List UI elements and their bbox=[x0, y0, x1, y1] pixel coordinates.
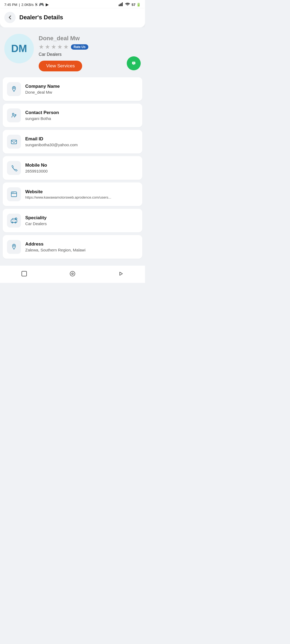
card-contact-person: Contact Person sungani Botha bbox=[3, 104, 142, 127]
website-label: Website bbox=[25, 189, 138, 195]
svg-point-5 bbox=[133, 63, 133, 63]
dealer-category: Car Dealers bbox=[39, 52, 141, 57]
dealer-name: Done_deal Mw bbox=[39, 35, 141, 42]
svg-point-23 bbox=[16, 218, 16, 218]
svg-rect-14 bbox=[11, 192, 17, 197]
card-contact-text: Contact Person sungani Botha bbox=[25, 110, 138, 121]
website-icon-box bbox=[7, 187, 21, 201]
page-title: Dealer's Details bbox=[19, 14, 63, 21]
star-rating: ★ ★ ★ ★ ★ bbox=[39, 43, 69, 50]
network-speed: | bbox=[19, 3, 20, 7]
info-cards: Company Name Done_deal Mw Contact Person… bbox=[0, 75, 145, 261]
card-email: Email ID sunganibotha30@yahoo.com bbox=[3, 130, 142, 153]
svg-point-24 bbox=[13, 245, 15, 246]
card-company-name: Company Name Done_deal Mw bbox=[3, 77, 142, 101]
svg-rect-3 bbox=[122, 2, 123, 6]
rating-row: ★ ★ ★ ★ ★ Rate Us bbox=[39, 43, 141, 50]
signal-icon bbox=[119, 2, 124, 7]
svg-point-8 bbox=[13, 87, 15, 89]
rate-us-badge[interactable]: Rate Us bbox=[71, 44, 88, 50]
svg-rect-25 bbox=[22, 271, 27, 276]
card-mobile: Mobile No 2659910000 bbox=[3, 156, 142, 180]
status-bar: 7:45 PM | 2.0KB/s 𝐒 🎮 ▶ 57 🔋 bbox=[0, 0, 145, 9]
company-name-icon-box bbox=[7, 82, 21, 96]
card-website-text: Website https://www.kawawamotorsweb.apro… bbox=[25, 189, 138, 199]
card-website: Website https://www.kawawamotorsweb.apro… bbox=[3, 182, 142, 206]
svg-rect-2 bbox=[121, 3, 122, 6]
square-icon bbox=[20, 270, 28, 277]
speciality-icon-box bbox=[7, 214, 21, 228]
svg-point-16 bbox=[12, 192, 13, 193]
card-mobile-text: Mobile No 2659910000 bbox=[25, 163, 138, 173]
card-email-text: Email ID sunganibotha30@yahoo.com bbox=[25, 136, 138, 147]
card-speciality: Speciality Car Dealers bbox=[3, 209, 142, 232]
contact-label: Contact Person bbox=[25, 110, 138, 115]
profile-info: Done_deal Mw ★ ★ ★ ★ ★ Rate Us Car Deale… bbox=[39, 34, 141, 71]
star-1: ★ bbox=[39, 43, 44, 50]
battery-icon: 57 🔋 bbox=[132, 3, 141, 7]
email-label: Email ID bbox=[25, 136, 138, 142]
email-icon-box bbox=[7, 135, 21, 149]
website-value: https://www.kawawamotorsweb.aprodence.co… bbox=[25, 195, 138, 199]
address-label: Address bbox=[25, 241, 138, 247]
car-icon bbox=[10, 217, 17, 224]
gamepad-icon: 🎮 bbox=[39, 2, 44, 7]
avatar: DM bbox=[4, 34, 34, 63]
card-speciality-text: Speciality Car Dealers bbox=[25, 215, 138, 226]
circle-icon bbox=[69, 270, 76, 277]
speciality-value: Car Dealers bbox=[25, 221, 138, 226]
contact-value: sungani Botha bbox=[25, 116, 138, 121]
speciality-label: Speciality bbox=[25, 215, 138, 221]
triangle-icon bbox=[117, 270, 125, 277]
company-name-value: Done_deal Mw bbox=[25, 90, 138, 94]
svg-point-17 bbox=[13, 192, 14, 193]
mobile-value: 2659910000 bbox=[25, 169, 138, 173]
status-right: 57 🔋 bbox=[119, 2, 141, 7]
star-5: ★ bbox=[63, 43, 69, 50]
svg-rect-1 bbox=[120, 4, 121, 6]
svg-point-9 bbox=[12, 113, 14, 115]
company-name-label: Company Name bbox=[25, 84, 138, 89]
nav-back-button[interactable] bbox=[117, 269, 125, 278]
svg-point-7 bbox=[134, 63, 135, 63]
status-left: 7:45 PM | 2.0KB/s 𝐒 🎮 ▶ bbox=[4, 2, 49, 7]
svg-rect-0 bbox=[119, 5, 119, 6]
youtube-icon: ▶ bbox=[46, 2, 49, 7]
browser-icon bbox=[10, 191, 17, 198]
skype-icon: 𝐒 bbox=[35, 2, 37, 7]
phone-icon bbox=[10, 164, 17, 171]
card-company-text: Company Name Done_deal Mw bbox=[25, 84, 138, 94]
address-value: Zalewa, Southern Region, Malawi bbox=[25, 248, 138, 252]
star-3: ★ bbox=[51, 43, 56, 50]
svg-point-6 bbox=[133, 63, 134, 63]
card-address-text: Address Zalewa, Southern Region, Malawi bbox=[25, 241, 138, 252]
back-button[interactable] bbox=[4, 12, 16, 23]
star-2: ★ bbox=[45, 43, 50, 50]
nav-square-button[interactable] bbox=[20, 269, 28, 278]
network-speed-value: 2.0KB/s bbox=[21, 3, 34, 7]
nav-home-button[interactable] bbox=[68, 269, 77, 278]
person-icon bbox=[10, 112, 17, 119]
wifi-icon bbox=[125, 2, 130, 7]
chat-button[interactable] bbox=[127, 56, 141, 70]
star-4: ★ bbox=[57, 43, 63, 50]
profile-section: DM Done_deal Mw ★ ★ ★ ★ ★ Rate Us Car De… bbox=[0, 27, 145, 75]
svg-point-27 bbox=[72, 273, 73, 275]
email-value: sunganibotha30@yahoo.com bbox=[25, 142, 138, 147]
card-address: Address Zalewa, Southern Region, Malawi bbox=[3, 235, 142, 259]
address-icon-box bbox=[7, 240, 21, 254]
svg-point-26 bbox=[70, 271, 75, 276]
mobile-icon-box bbox=[7, 161, 21, 175]
contact-icon-box bbox=[7, 108, 21, 122]
email-icon bbox=[10, 138, 17, 145]
bottom-nav bbox=[0, 266, 145, 283]
map-pin-icon bbox=[10, 243, 17, 250]
location-pin-icon bbox=[10, 86, 17, 93]
time: 7:45 PM bbox=[4, 3, 17, 7]
page-header: Dealer's Details bbox=[0, 9, 145, 27]
svg-rect-13 bbox=[11, 140, 17, 144]
view-services-button[interactable]: View Services bbox=[39, 61, 82, 71]
mobile-label: Mobile No bbox=[25, 163, 138, 168]
